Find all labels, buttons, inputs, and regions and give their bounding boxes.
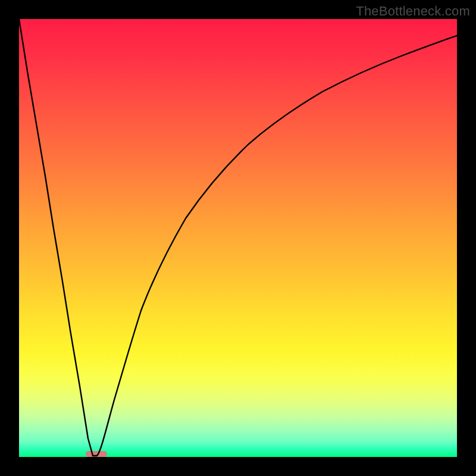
bottleneck-curve: [19, 19, 457, 456]
curve-layer: [19, 19, 457, 457]
plot-area: [19, 19, 457, 457]
watermark-text: TheBottleneck.com: [356, 4, 470, 19]
chart-frame: TheBottleneck.com: [0, 0, 476, 476]
